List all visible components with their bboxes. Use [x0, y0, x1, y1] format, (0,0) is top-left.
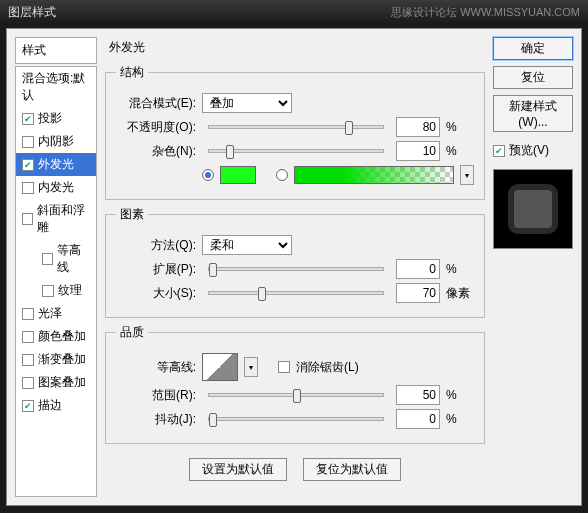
noise-unit: %	[446, 144, 474, 158]
range-input[interactable]	[396, 385, 440, 405]
quality-legend: 品质	[116, 324, 148, 341]
sidebar-item-checkbox[interactable]	[22, 113, 34, 125]
watermark: 思缘设计论坛 WWW.MISSYUAN.COM	[391, 5, 580, 20]
jitter-label: 抖动(J):	[116, 411, 196, 428]
sidebar-item-checkbox[interactable]	[42, 253, 53, 265]
sidebar-item-label: 混合选项:默认	[22, 70, 90, 104]
jitter-slider[interactable]	[208, 417, 384, 421]
blend-mode-label: 混合模式(E):	[116, 95, 196, 112]
sidebar-item-label: 斜面和浮雕	[37, 202, 90, 236]
sidebar-item-11[interactable]: 图案叠加	[16, 371, 96, 394]
sidebar-item-checkbox[interactable]	[22, 159, 34, 171]
sidebar-item-checkbox[interactable]	[22, 377, 34, 389]
sidebar-item-label: 内阴影	[38, 133, 74, 150]
sidebar-item-checkbox[interactable]	[22, 182, 34, 194]
opacity-unit: %	[446, 120, 474, 134]
sidebar-item-9[interactable]: 颜色叠加	[16, 325, 96, 348]
gradient-radio[interactable]	[276, 169, 288, 181]
size-label: 大小(S):	[116, 285, 196, 302]
color-radio[interactable]	[202, 169, 214, 181]
sidebar-item-3[interactable]: 外发光	[16, 153, 96, 176]
sidebar-item-checkbox[interactable]	[22, 213, 33, 225]
sidebar-item-label: 光泽	[38, 305, 62, 322]
make-default-button[interactable]: 设置为默认值	[189, 458, 287, 481]
color-swatch[interactable]	[220, 166, 256, 184]
gradient-dropdown-icon[interactable]: ▾	[460, 165, 474, 185]
window-title: 图层样式	[8, 4, 56, 21]
opacity-slider[interactable]	[208, 125, 384, 129]
quality-group: 品质 等高线: ▾ 消除锯齿(L) 范围(R): % 抖动(J): %	[105, 324, 485, 444]
preview-shape	[508, 184, 558, 234]
ok-button[interactable]: 确定	[493, 37, 573, 60]
sidebar-item-5[interactable]: 斜面和浮雕	[16, 199, 96, 239]
noise-input[interactable]	[396, 141, 440, 161]
sidebar-item-checkbox[interactable]	[22, 331, 34, 343]
structure-legend: 结构	[116, 64, 148, 81]
range-unit: %	[446, 388, 474, 402]
sidebar-item-label: 图案叠加	[38, 374, 86, 391]
sidebar-item-checkbox[interactable]	[22, 136, 34, 148]
right-column: 确定 复位 新建样式(W)... 预览(V)	[493, 37, 573, 497]
structure-group: 结构 混合模式(E): 叠加 不透明度(O): % 杂色(N): %	[105, 64, 485, 200]
gradient-swatch[interactable]	[294, 166, 454, 184]
sidebar-item-7[interactable]: 纹理	[16, 279, 96, 302]
sidebar-item-label: 外发光	[38, 156, 74, 173]
antialias-checkbox[interactable]	[278, 361, 290, 373]
size-input[interactable]	[396, 283, 440, 303]
sidebar-item-label: 等高线	[57, 242, 90, 276]
styles-sidebar: 样式 混合选项:默认投影内阴影外发光内发光斜面和浮雕等高线纹理光泽颜色叠加渐变叠…	[15, 37, 97, 497]
reset-default-button[interactable]: 复位为默认值	[303, 458, 401, 481]
main-panel: 外发光 结构 混合模式(E): 叠加 不透明度(O): % 杂色(N): %	[105, 37, 485, 497]
sidebar-item-1[interactable]: 投影	[16, 107, 96, 130]
preview-label: 预览(V)	[509, 142, 549, 159]
sidebar-item-label: 投影	[38, 110, 62, 127]
sidebar-item-4[interactable]: 内发光	[16, 176, 96, 199]
sidebar-item-checkbox[interactable]	[22, 400, 34, 412]
contour-dropdown-icon[interactable]: ▾	[244, 357, 258, 377]
panel-title: 外发光	[105, 37, 485, 58]
technique-label: 方法(Q):	[116, 237, 196, 254]
jitter-unit: %	[446, 412, 474, 426]
style-list[interactable]: 混合选项:默认投影内阴影外发光内发光斜面和浮雕等高线纹理光泽颜色叠加渐变叠加图案…	[15, 66, 97, 497]
sidebar-item-label: 渐变叠加	[38, 351, 86, 368]
sidebar-item-12[interactable]: 描边	[16, 394, 96, 417]
sidebar-item-label: 描边	[38, 397, 62, 414]
sidebar-item-checkbox[interactable]	[42, 285, 54, 297]
elements-legend: 图素	[116, 206, 148, 223]
layer-style-dialog: 样式 混合选项:默认投影内阴影外发光内发光斜面和浮雕等高线纹理光泽颜色叠加渐变叠…	[6, 28, 582, 506]
sidebar-header: 样式	[15, 37, 97, 64]
size-slider[interactable]	[208, 291, 384, 295]
contour-picker[interactable]	[202, 353, 238, 381]
sidebar-item-10[interactable]: 渐变叠加	[16, 348, 96, 371]
spread-input[interactable]	[396, 259, 440, 279]
blend-mode-select[interactable]: 叠加	[202, 93, 292, 113]
range-label: 范围(R):	[116, 387, 196, 404]
spread-unit: %	[446, 262, 474, 276]
sidebar-item-checkbox[interactable]	[22, 308, 34, 320]
sidebar-item-2[interactable]: 内阴影	[16, 130, 96, 153]
sidebar-item-0[interactable]: 混合选项:默认	[16, 67, 96, 107]
jitter-input[interactable]	[396, 409, 440, 429]
sidebar-item-checkbox[interactable]	[22, 354, 34, 366]
sidebar-item-6[interactable]: 等高线	[16, 239, 96, 279]
sidebar-item-label: 内发光	[38, 179, 74, 196]
range-slider[interactable]	[208, 393, 384, 397]
contour-label: 等高线:	[116, 359, 196, 376]
opacity-input[interactable]	[396, 117, 440, 137]
noise-label: 杂色(N):	[116, 143, 196, 160]
elements-group: 图素 方法(Q): 柔和 扩展(P): % 大小(S): 像素	[105, 206, 485, 318]
sidebar-item-label: 颜色叠加	[38, 328, 86, 345]
spread-label: 扩展(P):	[116, 261, 196, 278]
size-unit: 像素	[446, 285, 474, 302]
sidebar-item-label: 纹理	[58, 282, 82, 299]
preview-checkbox[interactable]	[493, 145, 505, 157]
technique-select[interactable]: 柔和	[202, 235, 292, 255]
preview-thumbnail	[493, 169, 573, 249]
antialias-label: 消除锯齿(L)	[296, 359, 359, 376]
title-bar: 图层样式 思缘设计论坛 WWW.MISSYUAN.COM	[0, 0, 588, 24]
cancel-button[interactable]: 复位	[493, 66, 573, 89]
new-style-button[interactable]: 新建样式(W)...	[493, 95, 573, 132]
spread-slider[interactable]	[208, 267, 384, 271]
sidebar-item-8[interactable]: 光泽	[16, 302, 96, 325]
noise-slider[interactable]	[208, 149, 384, 153]
